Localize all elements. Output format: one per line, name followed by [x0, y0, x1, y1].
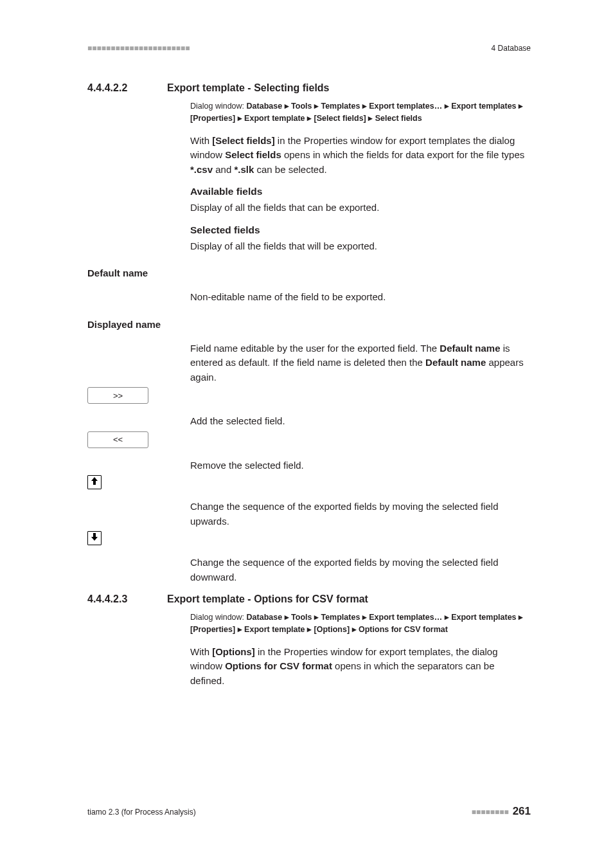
- footer-decoration: ■■■■■■■■: [472, 808, 509, 817]
- header-chapter: 4 Database: [492, 44, 531, 53]
- section-number: 4.4.4.2.2: [87, 82, 167, 94]
- paragraph: Remove the selected field.: [190, 458, 531, 473]
- ui-reference: [Options]: [212, 646, 255, 657]
- dialog-window-path: Dialog window: Database ▸ Tools ▸ Templa…: [190, 611, 531, 636]
- section-heading: 4.4.4.2.3 Export template - Options for …: [87, 593, 531, 605]
- subsection-heading: Selected fields: [190, 224, 531, 236]
- section-number: 4.4.4.2.3: [87, 593, 167, 605]
- section-title: Export template - Options for CSV format: [167, 593, 368, 605]
- dialog-window-label: Dialog window:: [190, 613, 247, 622]
- paragraph: Change the sequence of the exported fiel…: [190, 556, 531, 584]
- page-header: ■■■■■■■■■■■■■■■■■■■■■■ 4 Database: [87, 44, 531, 53]
- remove-field-button-label: <<: [113, 435, 123, 444]
- paragraph: Display of all the fields that can be ex…: [190, 201, 531, 215]
- paragraph: Non-editable name of the field to be exp…: [190, 290, 531, 305]
- paragraph: Add the selected field.: [190, 414, 531, 429]
- section-heading: 4.4.4.2.2 Export template - Selecting fi…: [87, 82, 531, 94]
- paragraph: Change the sequence of the exported fiel…: [190, 500, 531, 529]
- add-field-button-label: >>: [113, 391, 123, 401]
- header-decoration: ■■■■■■■■■■■■■■■■■■■■■■: [87, 44, 190, 53]
- move-down-button[interactable]: [87, 531, 102, 545]
- section-title: Export template - Selecting fields: [167, 82, 330, 94]
- paragraph: With [Options] in the Properties window …: [190, 645, 531, 689]
- paragraph: Field name editable by the user for the …: [190, 341, 531, 385]
- subsection-heading: Available fields: [190, 186, 531, 197]
- arrow-down-icon: [90, 532, 99, 544]
- term-reference: Default name: [425, 357, 486, 368]
- text-run: Field name editable by the user for the …: [190, 343, 440, 354]
- text-run: With: [190, 135, 212, 146]
- page-footer: tiamo 2.3 (for Process Analysis) ■■■■■■■…: [87, 805, 531, 818]
- page-number: 261: [513, 805, 531, 817]
- field-label-default-name: Default name: [87, 267, 531, 278]
- term-reference: Default name: [440, 343, 500, 354]
- text-run: With: [190, 646, 212, 657]
- move-up-button[interactable]: [87, 475, 102, 489]
- text-run: and: [213, 164, 234, 175]
- footer-product: tiamo 2.3 (for Process Analysis): [87, 808, 196, 817]
- arrow-up-icon: [90, 476, 99, 488]
- dialog-window-path: Dialog window: Database ▸ Tools ▸ Templa…: [190, 100, 531, 125]
- add-field-button[interactable]: >>: [87, 387, 148, 404]
- file-type: *.csv: [190, 164, 213, 175]
- footer-page: ■■■■■■■■261: [472, 805, 531, 818]
- dialog-window-label: Dialog window:: [190, 102, 247, 111]
- field-label-displayed-name: Displayed name: [87, 319, 531, 330]
- paragraph: Display of all the fields that will be e…: [190, 239, 531, 254]
- file-type: *.slk: [234, 164, 254, 175]
- text-run: can be selected.: [254, 164, 326, 175]
- remove-field-button[interactable]: <<: [87, 431, 148, 448]
- ui-reference: Options for CSV format: [225, 660, 332, 671]
- paragraph: With [Select fields] in the Properties w…: [190, 134, 531, 177]
- ui-reference: [Select fields]: [212, 135, 275, 146]
- ui-reference: Select fields: [225, 149, 281, 160]
- text-run: opens in which the fields for data expor…: [281, 149, 525, 160]
